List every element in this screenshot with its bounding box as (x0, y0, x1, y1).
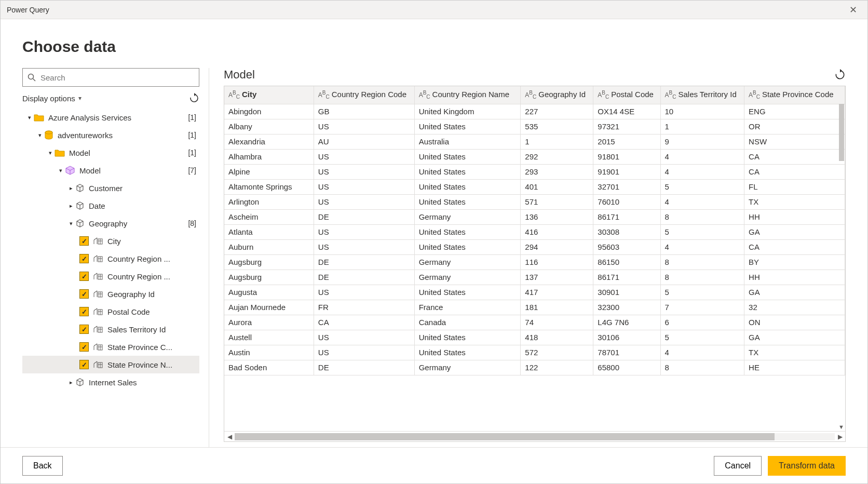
table-row[interactable]: AugsburgDEGermany137861718HH (224, 270, 845, 285)
expander-icon[interactable]: ▾ (46, 150, 55, 156)
scroll-left-icon[interactable]: ◀ (224, 433, 235, 440)
table-cell: 416 (521, 224, 593, 239)
tree-node-azure-analysis-services[interactable]: ▾ Azure Analysis Services [1] (22, 109, 199, 126)
expander-icon[interactable]: ▸ (67, 379, 75, 386)
checkbox-checked-icon[interactable]: ✓ (79, 289, 89, 299)
table-row[interactable]: AugustaUSUnited States417309015GA (224, 285, 845, 300)
column-header[interactable]: ABCCity (224, 86, 314, 104)
table-cell: NSW (744, 134, 845, 149)
table-row[interactable]: AuroraCACanada74L4G 7N66ON (224, 315, 845, 330)
navigator-pane: Display options ▾ ▾ Azure Analysis Servi… (22, 68, 209, 447)
table-cell: 294 (521, 239, 593, 254)
tree-node-col-geography-id[interactable]: ✓ Geography Id (22, 285, 199, 303)
column-header[interactable]: ABCCountry Region Name (414, 86, 521, 104)
table-cell: 78701 (593, 345, 660, 360)
table-cell: United States (414, 345, 521, 360)
tree-node-col-sales-territory-id[interactable]: ✓ Sales Territory Id (22, 320, 199, 338)
expander-icon[interactable]: ▾ (36, 132, 44, 139)
table-cell: 418 (521, 330, 593, 345)
table-row[interactable]: ArlingtonUSUnited States571760104TX (224, 194, 845, 209)
table-cell: Augsburg (224, 254, 314, 270)
table-row[interactable]: AuburnUSUnited States294956034CA (224, 239, 845, 254)
tree-node-geography[interactable]: ▾ Geography [8] (22, 214, 199, 232)
cube-icon (65, 165, 75, 176)
table-cell: 1 (521, 134, 593, 149)
table-cell: 8 (660, 270, 744, 285)
expander-icon[interactable]: ▾ (57, 167, 65, 174)
column-icon (93, 325, 103, 333)
chevron-down-icon[interactable]: ▾ (78, 95, 82, 102)
scrollbar-vertical[interactable] (839, 104, 844, 161)
table-cell: United States (414, 285, 521, 300)
close-icon[interactable]: ✕ (845, 2, 861, 18)
tree-node-model-folder[interactable]: ▾ Model [1] (22, 144, 199, 162)
refresh-tree-button[interactable] (189, 93, 199, 103)
tree-node-date[interactable]: ▸ Date (22, 197, 199, 214)
tree-label: Internet Sales (89, 378, 137, 387)
table-cell: BY (744, 254, 845, 270)
table-row[interactable]: Bad SodenDEGermany122658008HE (224, 360, 845, 375)
tree-node-customer[interactable]: ▸ Customer (22, 179, 199, 197)
expander-icon[interactable]: ▾ (25, 114, 34, 121)
table-cell: 4 (660, 194, 744, 209)
tree-node-col-country-region-name[interactable]: ✓ Country Region ... (22, 267, 199, 285)
tree-node-col-state-province-code[interactable]: ✓ State Province C... (22, 338, 199, 356)
table-cell: Aujan Mournede (224, 300, 314, 315)
checkbox-checked-icon[interactable]: ✓ (79, 236, 89, 246)
checkbox-checked-icon[interactable]: ✓ (79, 254, 89, 263)
expander-icon[interactable]: ▾ (67, 220, 75, 227)
table-row[interactable]: AlpineUSUnited States293919014CA (224, 164, 845, 179)
checkbox-checked-icon[interactable]: ✓ (79, 307, 89, 316)
table-row[interactable]: Aujan MournedeFRFrance18132300732 (224, 300, 845, 315)
table-row[interactable]: AugsburgDEGermany116861508BY (224, 254, 845, 270)
scroll-right-icon[interactable]: ▶ (835, 433, 845, 440)
column-header[interactable]: ABCState Province Code (744, 86, 845, 104)
text-type-icon: ABC (665, 91, 676, 99)
expander-icon[interactable]: ▸ (67, 203, 75, 209)
column-icon (93, 237, 103, 245)
table-cell: 8 (660, 360, 744, 375)
tree-node-col-country-region-code[interactable]: ✓ Country Region ... (22, 250, 199, 267)
refresh-preview-button[interactable] (834, 69, 846, 80)
search-input[interactable] (22, 68, 199, 87)
transform-data-button[interactable]: Transform data (768, 456, 846, 476)
column-header[interactable]: ABCSales Territory Id (660, 86, 744, 104)
table-row[interactable]: AtlantaUSUnited States416303085GA (224, 224, 845, 239)
table-cell: ON (744, 315, 845, 330)
table-row[interactable]: AustellUSUnited States418301065GA (224, 330, 845, 345)
column-header[interactable]: ABCGeography Id (521, 86, 593, 104)
table-cell: Germany (414, 209, 521, 224)
column-header[interactable]: ABCCountry Region Code (314, 86, 414, 104)
table-row[interactable]: Altamonte SpringsUSUnited States40132701… (224, 179, 845, 194)
tree-node-col-state-province-name[interactable]: ✓ State Province N... (22, 356, 199, 373)
table-row[interactable]: AlexandriaAUAustralia120159NSW (224, 134, 845, 149)
tree-node-adventureworks[interactable]: ▾ adventureworks [1] (22, 126, 199, 144)
tree-node-internet-sales[interactable]: ▸ Internet Sales (22, 373, 199, 391)
table-row[interactable]: AustinUSUnited States572787014TX (224, 345, 845, 360)
expander-icon[interactable]: ▸ (67, 185, 75, 192)
back-button[interactable]: Back (22, 456, 63, 476)
table-cell: Germany (414, 360, 521, 375)
table-row[interactable]: AlhambraUSUnited States292918014CA (224, 149, 845, 164)
table-row[interactable]: AbingdonGBUnited Kingdom227OX14 4SE10ENG (224, 104, 845, 119)
scroll-down-icon[interactable]: ▼ (838, 424, 844, 430)
table-cell: OX14 4SE (593, 104, 660, 119)
display-options-label[interactable]: Display options (22, 94, 75, 103)
table-cell: 116 (521, 254, 593, 270)
checkbox-checked-icon[interactable]: ✓ (79, 360, 89, 369)
tree-node-col-postal-code[interactable]: ✓ Postal Code (22, 303, 199, 320)
checkbox-checked-icon[interactable]: ✓ (79, 342, 89, 352)
table-cell: 5 (660, 179, 744, 194)
table-cell: 97321 (593, 119, 660, 134)
table-row[interactable]: AlbanyUSUnited States535973211OR (224, 119, 845, 134)
checkbox-checked-icon[interactable]: ✓ (79, 325, 89, 334)
checkbox-checked-icon[interactable]: ✓ (79, 272, 89, 281)
scrollbar-horizontal[interactable]: ◀ ▶ (224, 431, 845, 441)
tree-node-model-cube[interactable]: ▾ Model [7] (22, 162, 199, 179)
table-row[interactable]: AscheimDEGermany136861718HH (224, 209, 845, 224)
table-cell: DE (314, 360, 414, 375)
cancel-button[interactable]: Cancel (714, 456, 762, 476)
column-header[interactable]: ABCPostal Code (593, 86, 660, 104)
table-cell: 95603 (593, 239, 660, 254)
tree-node-col-city[interactable]: ✓ City (22, 232, 199, 250)
